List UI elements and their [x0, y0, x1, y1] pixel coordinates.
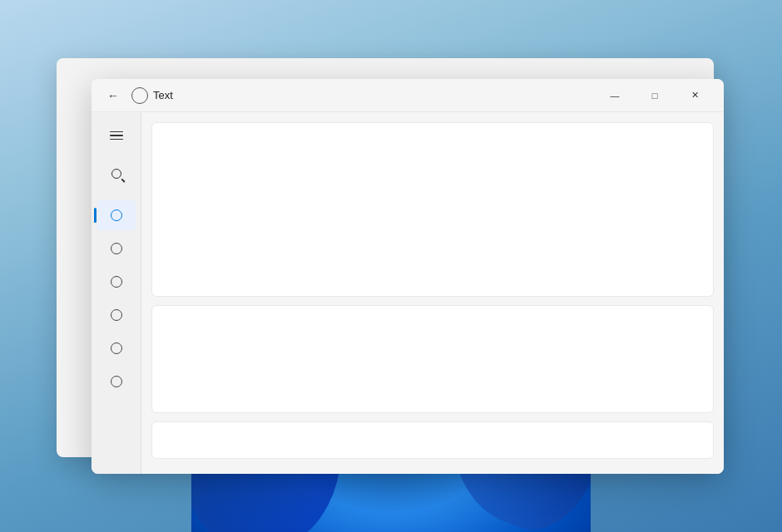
back-icon: ← [107, 89, 119, 102]
window-title: Text [153, 89, 596, 101]
sidebar-item-2[interactable] [97, 234, 136, 264]
nav-circle-icon-3 [111, 276, 122, 288]
window-body [92, 112, 724, 474]
search-icon [111, 169, 121, 179]
main-window: ← Text — □ ✕ [92, 79, 724, 474]
hamburger-line-3 [110, 139, 123, 140]
nav-circle-icon-5 [111, 342, 122, 354]
back-button[interactable]: ← [101, 84, 125, 107]
window-controls: — □ ✕ [596, 82, 714, 109]
nav-circle-icon-4 [111, 309, 122, 321]
content-card-3 [151, 421, 714, 459]
sidebar-item-6[interactable] [97, 367, 136, 397]
app-icon [131, 87, 148, 104]
hamburger-line-1 [110, 131, 123, 133]
sidebar [92, 112, 141, 474]
hamburger-icon [110, 131, 123, 140]
sidebar-search-button[interactable] [100, 159, 133, 189]
nav-circle-icon-6 [111, 376, 122, 387]
sidebar-item-1[interactable] [97, 200, 136, 230]
content-card-2 [151, 305, 714, 413]
main-content [141, 112, 724, 474]
sidebar-item-3[interactable] [97, 267, 136, 297]
nav-circle-icon-2 [111, 243, 122, 254]
nav-circle-icon-1 [111, 209, 122, 221]
maximize-button[interactable]: □ [636, 82, 674, 109]
sidebar-item-5[interactable] [97, 333, 136, 363]
hamburger-line-2 [110, 135, 123, 136]
sidebar-item-4[interactable] [97, 300, 136, 330]
desktop: ← Text — □ ✕ [0, 0, 782, 532]
titlebar: ← Text — □ ✕ [92, 79, 724, 112]
sidebar-menu-button[interactable] [100, 121, 133, 150]
content-card-1 [151, 122, 714, 297]
minimize-button[interactable]: — [596, 82, 634, 109]
close-button[interactable]: ✕ [676, 82, 714, 109]
